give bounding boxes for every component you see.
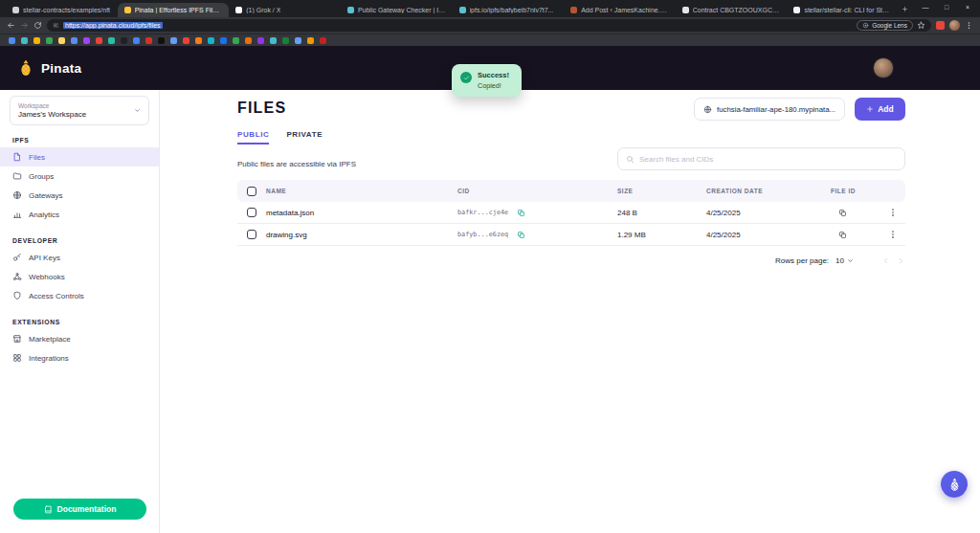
file-name[interactable]: drawing.svg: [266, 231, 457, 239]
browser-chrome: stellar-contracts/examples/nft Pinata | …: [0, 0, 980, 46]
bookmark-favicon[interactable]: [183, 37, 189, 44]
tab-list: stellar-contracts/examples/nft Pinata | …: [6, 3, 899, 17]
bookmark-favicon[interactable]: [46, 37, 53, 44]
bookmark-favicon[interactable]: [33, 37, 40, 44]
tab-title: (1) Grok / X: [246, 7, 280, 13]
sidebar-item-marketplace[interactable]: Marketplace: [0, 329, 159, 348]
bookmark-favicon[interactable]: [108, 37, 115, 44]
sidebar-item-webhooks[interactable]: Webhooks: [0, 267, 159, 286]
bookmarks-bar: [0, 33, 980, 46]
sidebar-item-api-keys[interactable]: API Keys: [0, 248, 159, 267]
bookmark-favicon[interactable]: [133, 37, 140, 44]
documentation-button[interactable]: Documentation: [13, 499, 146, 520]
bookmark-favicon[interactable]: [83, 37, 90, 44]
bookmark-favicon[interactable]: [58, 37, 65, 44]
row-checkbox[interactable]: [247, 208, 256, 217]
maximize-button[interactable]: □: [936, 0, 957, 13]
sidebar-item-gateways[interactable]: Gateways: [0, 186, 159, 205]
sidebar: Workspace James's Workspace IPFS Files G…: [0, 90, 160, 533]
row-menu-button[interactable]: [888, 208, 898, 217]
sidebar-item-analytics[interactable]: Analytics: [0, 205, 159, 224]
search-input[interactable]: [639, 155, 897, 164]
file-size: 248 B: [617, 209, 706, 217]
select-all-checkbox[interactable]: [247, 187, 256, 196]
tab-title: Contract CBGTZOOUXGC2DD...: [693, 7, 781, 13]
workspace-selector[interactable]: Workspace James's Workspace: [10, 96, 149, 125]
browser-tab[interactable]: Contract CBGTZOOUXGC2DD...: [676, 3, 788, 17]
bookmark-star-icon[interactable]: [917, 21, 925, 30]
sidebar-item-access-controls[interactable]: Access Controls: [0, 286, 159, 305]
address-bar[interactable]: https://app.pinata.cloud/ipfs/files Goog…: [47, 19, 931, 32]
browser-profile-avatar[interactable]: [949, 20, 960, 31]
file-icon: [12, 152, 22, 162]
copy-cid-icon[interactable]: [517, 209, 525, 217]
tab-public[interactable]: PUBLIC: [237, 130, 269, 144]
bookmark-favicon[interactable]: [282, 37, 289, 44]
back-button[interactable]: [7, 21, 15, 30]
bookmark-favicon[interactable]: [233, 37, 239, 44]
sidebar-item-integrations[interactable]: Integrations: [0, 348, 159, 367]
bookmark-favicon[interactable]: [170, 37, 177, 44]
browser-tab[interactable]: (1) Grok / X: [229, 3, 341, 17]
sidebar-item-label: Integrations: [29, 354, 69, 363]
workspace-name: James's Workspace: [18, 110, 86, 119]
google-lens-button[interactable]: Google Lens: [857, 20, 913, 31]
browser-tab[interactable]: Add Post ‹ JamesKachine.com: [564, 3, 676, 17]
screen: stellar-contracts/examples/nft Pinata | …: [0, 0, 980, 533]
row-menu-button[interactable]: [888, 230, 898, 239]
site-info-icon[interactable]: [53, 22, 59, 29]
browser-tab[interactable]: ipfs.io/ipfs/bafybeib7nlv7t7...: [453, 3, 565, 17]
browser-menu-button[interactable]: [965, 21, 973, 30]
bookmark-favicon[interactable]: [71, 37, 78, 44]
browser-toolbar: https://app.pinata.cloud/ipfs/files Goog…: [0, 17, 980, 33]
bookmark-favicon[interactable]: [195, 37, 202, 44]
copy-cid-icon[interactable]: [517, 231, 525, 239]
tab-private[interactable]: PRIVATE: [286, 130, 323, 144]
gateway-domain-pill[interactable]: fuchsia-familiar-ape-180.mypinata...: [694, 98, 845, 121]
bookmark-favicon[interactable]: [21, 37, 28, 44]
bookmark-favicon[interactable]: [208, 37, 214, 44]
forward-button[interactable]: [20, 21, 29, 30]
bookmark-favicon[interactable]: [257, 37, 264, 44]
bookmark-favicon[interactable]: [121, 37, 127, 44]
bookmark-favicon[interactable]: [295, 37, 301, 44]
bookmark-favicon[interactable]: [270, 37, 277, 44]
file-size: 1.29 MB: [617, 231, 706, 239]
bookmark-favicon[interactable]: [145, 37, 152, 44]
browser-tab[interactable]: stellar-contracts/examples/nft: [6, 3, 118, 17]
tab-title: stellar-contracts/examples/nft: [23, 7, 110, 13]
globe-icon: [703, 105, 712, 114]
extension-icon[interactable]: [936, 21, 945, 30]
row-checkbox[interactable]: [247, 230, 256, 239]
user-avatar[interactable]: [873, 57, 894, 78]
pinata-fab-button[interactable]: [941, 471, 968, 498]
bookmark-favicon[interactable]: [220, 37, 227, 44]
sidebar-item-files[interactable]: Files: [0, 147, 159, 167]
bookmark-favicon[interactable]: [158, 37, 165, 44]
copy-fileid-icon[interactable]: [838, 231, 847, 239]
browser-tab[interactable]: Pinata | Effortless IPFS File Man...: [118, 3, 230, 17]
browser-tab[interactable]: Public Gateway Checker | IPFS: [341, 3, 453, 17]
file-name[interactable]: metadata.json: [266, 209, 457, 217]
sidebar-item-label: Webhooks: [29, 273, 65, 281]
refresh-button[interactable]: [33, 21, 42, 30]
copy-fileid-icon[interactable]: [838, 209, 847, 217]
add-button[interactable]: Add: [855, 98, 905, 121]
close-button[interactable]: ×: [957, 0, 978, 13]
bookmark-favicon[interactable]: [307, 37, 314, 44]
prev-page-button[interactable]: [881, 256, 890, 265]
new-tab-button[interactable]: [899, 3, 911, 15]
sidebar-item-groups[interactable]: Groups: [0, 167, 159, 186]
next-page-button[interactable]: [897, 256, 905, 265]
sidebar-item-label: Marketplace: [29, 335, 71, 344]
browser-tab[interactable]: stellar/stellar-cli: CLI for Stella...: [787, 3, 899, 17]
bookmark-favicon[interactable]: [9, 37, 15, 44]
bookmark-favicon[interactable]: [96, 37, 102, 44]
bookmark-favicon[interactable]: [245, 37, 252, 44]
chevron-down-icon: [134, 107, 141, 114]
minimize-button[interactable]: —: [915, 0, 936, 13]
tab-favicon: [347, 7, 354, 13]
rows-per-page-select[interactable]: 10: [835, 256, 854, 265]
search-icon: [626, 155, 635, 164]
bookmark-favicon[interactable]: [320, 37, 326, 44]
